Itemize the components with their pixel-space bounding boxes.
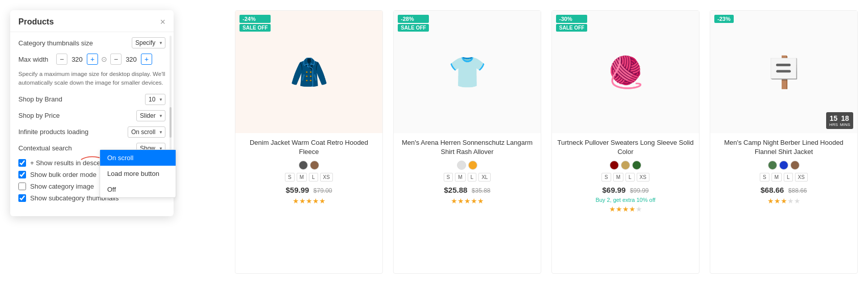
star-filled: ★ (299, 197, 306, 205)
size-btn[interactable]: M (771, 173, 782, 182)
star-filled: ★ (293, 197, 299, 205)
category-thumbnails-select[interactable]: Specify (132, 37, 165, 48)
infinite-products-label: Infinite products loading (18, 128, 88, 136)
product-card-4: -23% 🪧 15 HRS 18 MINS Men's Camp Night B… (710, 10, 858, 274)
max-height-plus-button[interactable]: + (141, 54, 152, 65)
max-width-label: Max width (18, 56, 54, 63)
size-btn[interactable]: M (297, 173, 307, 182)
color-swatch[interactable] (779, 161, 788, 170)
infinite-products-row: Infinite products loading On scroll (18, 126, 165, 138)
badge-container: -28% SALE OFF (398, 15, 429, 32)
checkbox-category-image[interactable] (18, 183, 26, 190)
size-btn[interactable]: L (784, 173, 793, 182)
color-swatch[interactable] (632, 161, 641, 170)
max-width-value: 320 (69, 56, 85, 63)
color-swatch[interactable] (790, 161, 800, 170)
shop-by-price-select-wrapper[interactable]: Slider (136, 110, 165, 121)
timer-badge: 15 HRS 18 MINS (826, 112, 853, 129)
size-btn[interactable]: S (601, 173, 611, 182)
product-image-area: -23% 🪧 15 HRS 18 MINS (710, 11, 857, 133)
color-swatch[interactable] (299, 161, 308, 170)
max-height-minus-button[interactable]: − (110, 54, 122, 65)
category-thumbnails-label: Category thumbnails size (18, 39, 93, 47)
star-empty: ★ (636, 205, 642, 213)
size-btn[interactable]: L (468, 173, 477, 182)
panel-scrollbar-thumb (170, 107, 172, 138)
product-info: Turtneck Pullover Sweaters Long Sleeve S… (552, 133, 699, 218)
star-filled: ★ (622, 205, 629, 213)
star-filled: ★ (609, 205, 616, 213)
star-filled: ★ (457, 197, 464, 205)
link-icon: ⊙ (101, 55, 107, 63)
star-empty: ★ (787, 197, 794, 205)
product-image-area: -28% SALE OFF 👕 (394, 11, 541, 133)
price-old: $35.88 (472, 187, 491, 194)
dropdown-item-off[interactable]: Off (100, 182, 176, 197)
shop-by-brand-select-wrapper[interactable]: 10 (145, 94, 165, 105)
product-stars: ★★★★★ (399, 197, 536, 205)
star-filled: ★ (781, 197, 787, 205)
star-filled: ★ (629, 205, 636, 213)
panel-title: Products (18, 17, 54, 27)
price-old: $99.99 (630, 187, 649, 194)
checkbox-descendent[interactable] (18, 159, 26, 167)
badge-container: -30% SALE OFF (556, 15, 587, 32)
badge-sale: SALE OFF (556, 24, 587, 32)
size-btn[interactable]: XS (795, 173, 808, 182)
color-swatch[interactable] (310, 161, 319, 170)
size-btn[interactable]: S (444, 173, 453, 182)
size-btn[interactable]: S (760, 173, 769, 182)
size-btn[interactable]: XS (320, 173, 333, 182)
category-thumbnails-select-wrapper[interactable]: Specify (132, 37, 165, 48)
color-swatch[interactable] (610, 161, 619, 170)
max-width-plus-button[interactable]: + (87, 54, 98, 65)
product-colors (240, 161, 377, 170)
product-price: $69.99 $99.99 (557, 186, 694, 195)
category-thumbnails-row: Category thumbnails size Specify (18, 37, 165, 48)
product-title: Turtneck Pullover Sweaters Long Sleeve S… (557, 138, 694, 157)
dropdown-item-on-scroll[interactable]: On scroll (100, 150, 176, 166)
star-filled: ★ (471, 197, 477, 205)
shop-by-brand-row: Shop by Brand 10 (18, 94, 165, 105)
product-info: Men's Arena Herren Sonnenschutz Langarm … (394, 133, 541, 210)
product-sizes: SMLXS (715, 173, 852, 182)
badge-percent: -30% (556, 15, 587, 23)
shop-by-brand-select[interactable]: 10 (145, 94, 165, 105)
size-btn[interactable]: S (285, 173, 295, 182)
badge-container: -23% (714, 15, 734, 23)
checkbox-bulk[interactable] (18, 171, 26, 178)
color-swatch[interactable] (768, 161, 777, 170)
dropdown-item-load-more[interactable]: Load more button (100, 166, 176, 182)
product-promo: Buy 2, get extra 10% off (557, 197, 694, 203)
star-filled: ★ (767, 197, 774, 205)
size-btn[interactable]: L (625, 173, 635, 182)
product-image-area: -24% SALE OFF 🧥 (235, 11, 382, 133)
color-swatch[interactable] (457, 161, 466, 170)
badge-percent: -24% (239, 15, 271, 23)
product-colors (399, 161, 536, 170)
product-price: $25.88 $35.88 (399, 186, 536, 195)
price-old: $79.00 (314, 187, 332, 194)
panel-close-button[interactable]: × (160, 17, 165, 27)
size-input-group: Max width − 320 + ⊙ − 320 + (18, 54, 165, 65)
color-swatch[interactable] (621, 161, 630, 170)
size-btn[interactable]: M (613, 173, 623, 182)
badge-sale: SALE OFF (398, 24, 429, 32)
shop-by-price-select[interactable]: Slider (136, 110, 165, 121)
product-colors (557, 161, 694, 170)
product-card-1: -24% SALE OFF 🧥 Denim Jacket Warm Coat R… (235, 10, 383, 274)
size-btn[interactable]: XL (478, 173, 491, 182)
star-filled: ★ (464, 197, 471, 205)
color-swatch[interactable] (468, 161, 477, 170)
star-filled: ★ (774, 197, 781, 205)
infinite-products-dropdown: On scroll Load more button Off (100, 149, 176, 198)
size-btn[interactable]: L (309, 173, 318, 182)
infinite-products-select-wrapper[interactable]: On scroll (128, 126, 165, 138)
price-old: $88.66 (788, 187, 807, 194)
max-width-minus-button[interactable]: − (56, 54, 67, 65)
checkbox-subcategory[interactable] (18, 194, 26, 202)
star-filled: ★ (451, 197, 457, 205)
size-btn[interactable]: M (455, 173, 465, 182)
size-btn[interactable]: XS (637, 173, 649, 182)
infinite-products-select[interactable]: On scroll (128, 126, 165, 138)
